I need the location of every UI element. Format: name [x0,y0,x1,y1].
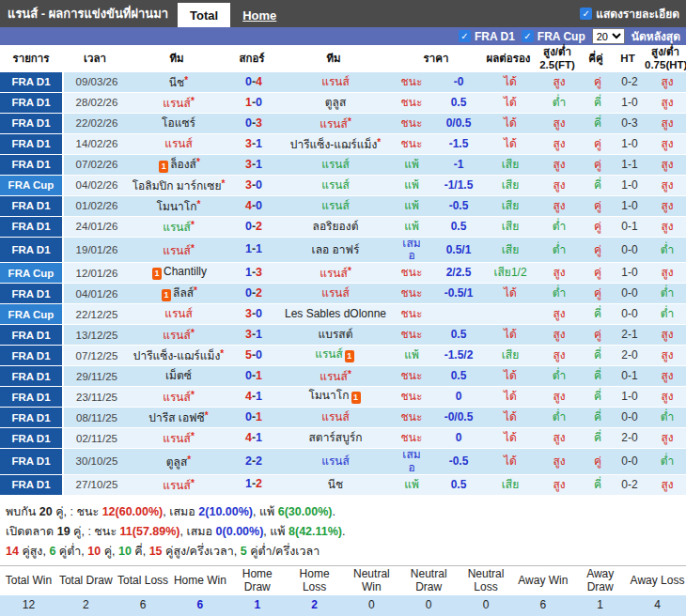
handicap-result-cell: ได้ [485,325,536,345]
away-team-cell: นีช [280,475,391,495]
summary-segment: คู่สูง/ครึ่งเวลา, [163,545,241,558]
home-goals: 1 [245,478,252,491]
show-details-toggle[interactable]: ✓ แสดงรายละเอียด [580,5,686,23]
away-team-name: โมนาโก1 [308,390,362,404]
score-cell: 0-2 [227,284,280,303]
handicap-odds-cell: 0.5 [432,93,485,113]
checkbox-checked-icon[interactable]: ✓ [459,30,471,42]
away-team-name: เลอ อาฟร์ [312,244,360,256]
result-cell: ชนะ [391,408,432,427]
ht-score-cell: 2-1 [613,325,647,345]
match-row: FRA D123/11/25แรนส์*4-1โมนาโก1ชนะ0ได้สูง… [0,387,686,408]
stats-header-cell: Neutral Win [343,566,400,596]
home-team-text: ปารีส เอฟซี [148,411,204,424]
home-goals: 1 [245,97,252,110]
match-row: FRA D114/02/26แรนส์3-1ปารีแซ็ง-แฌร์แม็ง*… [0,134,686,155]
match-row: FRA Cup04/02/26โอลิมปิก มาร์กเซย*3-0แรนส… [0,176,686,196]
away-team-cell: แรนส์ [280,72,391,92]
over-under-ht-cell: สูง [647,114,686,133]
over-under-ft-cell: สูง [536,325,583,345]
over-under-ht-cell: ต่ำ [647,238,686,262]
score-cell: 1-2 [227,475,280,495]
away-team-name: ปารีแซ็ง-แฌร์แม็ง* [290,137,381,151]
league-cell: FRA D1 [0,114,64,133]
result-text: ชนะ [401,267,423,279]
result-cell: ชนะ [391,304,432,324]
home-team-cell: ตูลูส* [130,449,227,473]
ht-score-cell: 0-1 [613,217,647,237]
away-team-cell: แรนส์* [280,263,391,283]
away-team-name: แรนส์ [321,200,350,212]
match-count-select[interactable]: 20 [592,28,625,44]
home-team-cell: แรนส์ [130,134,227,154]
score-cell: 3-0 [227,176,280,195]
league-cell: FRA Cup [0,263,64,283]
result-text: ชนะ [401,432,423,444]
result-text: ชนะ [401,97,423,109]
handicap-result-cell: ได้ [485,93,536,113]
show-details-label: แสดงรายละเอียด [596,5,679,23]
date-cell: 19/01/26 [64,238,130,262]
date-cell: 09/03/26 [64,72,130,92]
away-team-name: นีช [328,479,343,491]
home-team-text: โมนาโก [157,200,197,213]
odd-even-cell: คู่ [583,155,613,175]
date-cell: 07/02/26 [64,155,130,175]
result-cell: ชนะ [391,134,432,154]
over-under-ht-cell: สูง [647,217,686,237]
tab-total[interactable]: Total [178,3,230,27]
handicap-odds-cell: 0.5 [432,366,485,386]
over-under-ft-cell: สูง [536,155,583,175]
score-cell: 3-1 [227,155,280,175]
filter-fra-cup[interactable]: ✓ FRA Cup [522,30,585,43]
tab-home[interactable]: Home [230,3,288,27]
date-cell: 12/01/26 [64,263,130,283]
away-team-text: นีช [328,478,343,491]
over-under-ht-cell: สูง [647,72,686,92]
away-team-cell: แรนส์ [280,155,391,175]
checkbox-checked-icon[interactable]: ✓ [522,30,534,42]
summary-head-to-head: พบกัน 20 คู่, : ชนะ 12(60.00%), เสมอ 2(1… [6,502,686,522]
home-team-text: โอลิมปิก มาร์กเซย [133,179,222,192]
date-cell: 22/02/26 [64,114,130,133]
match-row: FRA D130/10/25ตูลูส*2-2แรนส์เสมอ-0.5ได้ส… [0,449,686,474]
over-under-ht-cell: สูง [647,346,686,365]
over-under-ft-cell: ต่ำ [536,284,583,303]
over-under-ht-cell: ต่ำ [647,284,686,303]
result-text: ชนะ [401,370,423,382]
filter-fra-d1[interactable]: ✓ FRA D1 [459,30,515,43]
summary-segment: 20 [39,505,53,518]
away-team-name: ลอริยองต์ [313,221,359,233]
away-goals: 3 [256,117,262,131]
home-advantage-star-icon: * [197,199,201,209]
league-cell: FRA D1 [0,449,64,473]
away-team-name: แรนส์1 [315,348,356,362]
date-cell: 07/12/25 [64,346,130,365]
home-team-name: โอลิมปิก มาร์กเซย* [133,178,226,192]
handicap-result-cell: ได้ [485,134,536,154]
away-team-cell: แรนส์ [280,196,391,216]
away-team-name: แรนส์ [321,179,350,192]
ht-score-cell: 1-0 [613,196,647,216]
away-team-name: แรนส์ [321,287,350,300]
league-cell: FRA D1 [0,346,64,365]
result-text: ชนะ [401,308,423,320]
match-row: FRA D102/11/25แรนส์*4-1สตาร์สบูร์กชนะ0ได… [0,428,686,449]
filter-bar: ✓ FRA D1 ✓ FRA Cup 20 นัดหลังสุด [0,27,686,45]
match-row: FRA D107/12/25ปารีแซ็ง-แฌร์แม็ง*5-0แรนส์… [0,346,686,366]
home-team-text: แรนส์ [163,479,191,492]
handicap-result-cell: เสีย [485,238,536,262]
handicap-result-cell: เสีย [485,155,536,175]
handicap-result-cell: เสีย [485,176,536,195]
stats-header-cell: Away Loss [629,566,686,596]
stats-count-cell: 4 [629,595,686,616]
home-team-cell: 1Chantilly [130,263,227,283]
header-odds: ราคา [389,53,483,65]
home-goals: 3 [245,179,252,192]
home-team-name: 1Chantilly [150,266,207,280]
odd-even-cell: คู่ [583,284,613,303]
checkbox-checked-icon[interactable]: ✓ [580,8,592,20]
header-home-team: ทีม [128,53,226,65]
over-under-ht-cell: สูง [647,263,686,283]
stats-count-cell: 2 [57,595,115,616]
